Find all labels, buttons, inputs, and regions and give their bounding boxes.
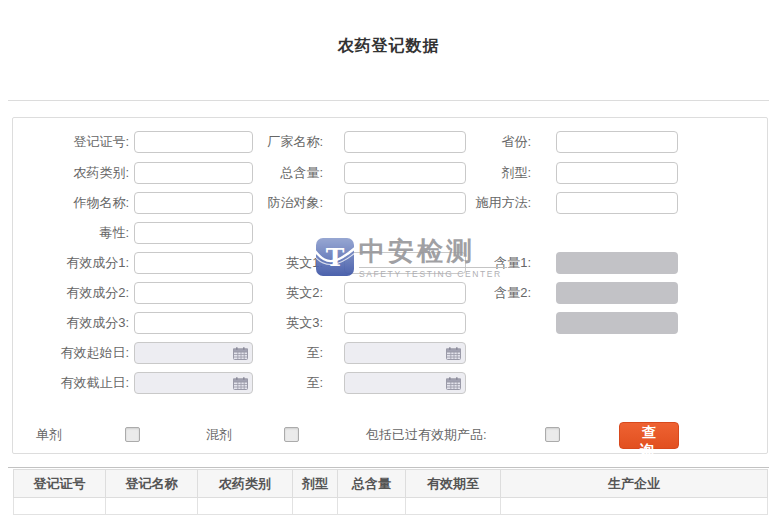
form-row-7: 有效成分3: 英文3: [13, 312, 767, 334]
table-top-divider [8, 467, 769, 468]
ingredient3-label: 有效成分3: [13, 312, 129, 334]
content1-label: 含量1: [411, 252, 531, 274]
to-label: 至: [203, 372, 323, 394]
form-row-8: 有效起始日: 至: [13, 342, 767, 364]
search-form-panel: 登记证号: 厂家名称: 省份: 农药类别: 总含量: 剂型: 作物名称: 防治对… [12, 117, 768, 454]
single-agent-label: 单剂 [36, 422, 62, 448]
province-input[interactable] [556, 131, 678, 153]
col-registration-no: 登记证号 [14, 470, 106, 498]
valid-end-to-date-input[interactable] [344, 372, 466, 394]
col-valid-until: 有效期至 [406, 470, 501, 498]
ingredient2-label: 有效成分2: [13, 282, 129, 304]
col-total-content: 总含量 [338, 470, 406, 498]
english3-label: 英文3: [203, 312, 323, 334]
form-row-6: 有效成分2: 英文2: 含量2: [13, 282, 767, 304]
target-label: 防治对象: [203, 192, 323, 214]
manufacturer-label: 厂家名称: [203, 131, 323, 153]
content1-disabled-input [556, 252, 678, 274]
results-header-row: 登记证号 登记名称 农药类别 剂型 总含量 有效期至 生产企业 [14, 470, 768, 498]
content2-label: 含量2: [411, 282, 531, 304]
page-title: 农药登记数据 [0, 36, 777, 57]
calendar-icon [446, 347, 461, 360]
english1-label: 英文1: [203, 252, 323, 274]
formulation-input[interactable] [556, 162, 678, 184]
valid-start-label: 有效起始日: [13, 342, 129, 364]
col-registration-name: 登记名称 [106, 470, 198, 498]
crop-label: 作物名称: [13, 192, 129, 214]
content3-disabled-input [556, 312, 678, 334]
col-pesticide-category: 农药类别 [198, 470, 293, 498]
search-button[interactable]: 查 询 [619, 422, 679, 449]
content2-disabled-input [556, 282, 678, 304]
total-content-label: 总含量: [203, 162, 323, 184]
ingredient1-label: 有效成分1: [13, 252, 129, 274]
registration-no-label: 登记证号: [13, 131, 129, 153]
valid-start-to-date-input[interactable] [344, 342, 466, 364]
mixture-checkbox[interactable] [284, 427, 299, 442]
application-method-label: 施用方法: [411, 192, 531, 214]
form-row-options: 单剂 混剂 包括已过有效期产品: 查 询 [13, 422, 767, 450]
calendar-icon [446, 377, 461, 390]
single-agent-checkbox[interactable] [125, 427, 140, 442]
form-row-1: 登记证号: 厂家名称: 省份: [13, 131, 767, 153]
english2-label: 英文2: [203, 282, 323, 304]
col-manufacturer: 生产企业 [501, 470, 768, 498]
to-label: 至: [203, 342, 323, 364]
province-label: 省份: [411, 131, 531, 153]
formulation-label: 剂型: [411, 162, 531, 184]
english3-input[interactable] [344, 312, 466, 334]
empty-result-row [14, 498, 768, 515]
col-formulation: 剂型 [293, 470, 338, 498]
include-expired-label: 包括已过有效期产品: [366, 422, 487, 448]
mixture-label: 混剂 [206, 422, 232, 448]
valid-end-label: 有效截止日: [13, 372, 129, 394]
form-row-4: 毒性: [13, 222, 767, 244]
form-row-3: 作物名称: 防治对象: 施用方法: [13, 192, 767, 214]
toxicity-label: 毒性: [13, 222, 129, 244]
header-divider [8, 100, 769, 101]
form-row-9: 有效截止日: 至: [13, 372, 767, 394]
results-table: 登记证号 登记名称 农药类别 剂型 总含量 有效期至 生产企业 [13, 469, 768, 515]
form-row-2: 农药类别: 总含量: 剂型: [13, 162, 767, 184]
include-expired-checkbox[interactable] [545, 427, 560, 442]
form-row-5: 有效成分1: 英文1: 含量1: [13, 252, 767, 274]
category-label: 农药类别: [13, 162, 129, 184]
application-method-input[interactable] [556, 192, 678, 214]
toxicity-input[interactable] [134, 222, 253, 244]
